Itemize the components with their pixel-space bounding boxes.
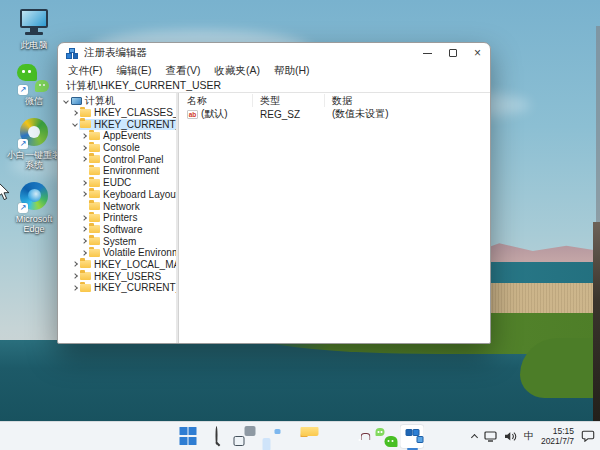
taskbar-button-regedit[interactable] (400, 424, 425, 449)
desktop-icon-label: 此电脑 (7, 40, 61, 50)
tree-item-hkey-users[interactable]: HKEY_USERS (58, 270, 176, 282)
folder-icon (80, 272, 91, 280)
expander-chevron-icon[interactable] (79, 157, 88, 161)
column-header-type[interactable]: 类型 (253, 94, 325, 107)
tray-overflow-chevron-icon[interactable] (471, 433, 478, 440)
folder-icon (89, 249, 100, 257)
tree-item-printers[interactable]: Printers (58, 212, 176, 224)
tree-item-system[interactable]: System (58, 235, 176, 247)
menu-item-0[interactable]: 文件(F) (61, 64, 109, 78)
folder-icon (80, 260, 91, 268)
folder-icon (89, 190, 100, 198)
tree-item-hkey-current-user[interactable]: HKEY_CURRENT_USER (58, 118, 176, 130)
value-data: (数值未设置) (325, 107, 490, 121)
desktop-icon-label: Microsoft Edge (7, 214, 61, 234)
expander-chevron-icon[interactable] (79, 239, 88, 243)
tree-item-control-panel[interactable]: Control Panel (58, 153, 176, 165)
mouse-cursor (0, 182, 11, 202)
registry-tree-pane: 计算机HKEY_CLASSES_ROOTHKEY_CURRENT_USERApp… (58, 93, 178, 343)
tray-time: 15:15 (553, 426, 574, 436)
tree-item-environment[interactable]: Environment (58, 165, 176, 177)
taskbar-button-edge[interactable] (316, 424, 341, 449)
minimize-button[interactable] (415, 43, 440, 63)
wallpaper-cliff (593, 222, 600, 421)
folder-icon (80, 120, 91, 128)
tree-item-label: HKEY_CURRENT_CONFIG (94, 282, 178, 293)
close-button[interactable]: × (465, 43, 490, 63)
tree-item-label: Environment (103, 165, 159, 176)
taskbar-button-store[interactable] (344, 424, 369, 449)
menu-item-2[interactable]: 查看(V) (158, 64, 207, 78)
registry-cubes-icon (66, 48, 78, 59)
tree-item-label: HKEY_USERS (94, 271, 161, 282)
reg-sz-ab-icon: ab (187, 110, 198, 119)
taskbar-button-wechat[interactable] (372, 424, 397, 449)
network-icon[interactable] (484, 431, 497, 442)
tree-item-keyboard-layout[interactable]: Keyboard Layout (58, 189, 176, 201)
tree-item-label: Keyboard Layout (103, 189, 178, 200)
tree-item-hkey-current-config[interactable]: HKEY_CURRENT_CONFIG (58, 282, 176, 294)
value-type: REG_SZ (253, 107, 325, 121)
taskbar-button-widgets[interactable] (260, 424, 285, 449)
expander-chevron-icon[interactable] (61, 99, 70, 103)
title-bar[interactable]: 注册表编辑器 × (58, 43, 490, 63)
tree-item-hkey-local-machine[interactable]: HKEY_LOCAL_MACHINE (58, 259, 176, 271)
desktop-icon-edge[interactable]: Microsoft Edge (7, 182, 61, 234)
tree-item-network[interactable]: Network (58, 200, 176, 212)
address-bar[interactable]: 计算机\HKEY_CURRENT_USER (58, 79, 490, 93)
maximize-button[interactable] (440, 43, 465, 63)
expander-chevron-icon[interactable] (79, 181, 88, 185)
folder-icon (89, 237, 100, 245)
expander-chevron-icon[interactable] (70, 286, 79, 290)
tree-item-hkey-classes-root[interactable]: HKEY_CLASSES_ROOT (58, 107, 176, 119)
menu-item-3[interactable]: 收藏夹(A) (207, 64, 267, 78)
expander-chevron-icon[interactable] (70, 122, 79, 126)
tree-item-计算机[interactable]: 计算机 (58, 95, 176, 107)
tree-item-label: Control Panel (103, 154, 164, 165)
taskbar-button-start[interactable] (176, 424, 201, 449)
expander-chevron-icon[interactable] (70, 262, 79, 266)
expander-chevron-icon[interactable] (79, 251, 88, 255)
taskbar-button-search[interactable] (204, 424, 229, 449)
folder-icon (89, 155, 100, 163)
expander-chevron-icon[interactable] (79, 192, 88, 196)
shortcut-arrow-icon (18, 203, 28, 213)
wallpaper-cliff-edge (596, 26, 600, 224)
desktop-icon-xiaobai[interactable]: 小白一键重装 系统 (7, 118, 61, 170)
expander-chevron-icon[interactable] (70, 111, 79, 115)
tree-item-label: HKEY_LOCAL_MACHINE (94, 259, 178, 270)
folder-icon (80, 109, 91, 117)
computer-icon (71, 97, 82, 105)
column-header-name[interactable]: 名称 (178, 94, 253, 107)
taskbar-button-file-explorer[interactable] (288, 424, 313, 449)
window-title: 注册表编辑器 (84, 46, 147, 60)
shortcut-arrow-icon (18, 85, 28, 95)
ime-indicator[interactable]: 中 (524, 429, 534, 443)
notification-center-icon[interactable] (581, 430, 595, 442)
tree-item-appevents[interactable]: AppEvents (58, 130, 176, 142)
expander-chevron-icon[interactable] (79, 216, 88, 220)
shortcut-arrow-icon (18, 139, 28, 149)
desktop-icon-this-pc[interactable]: 此电脑 (7, 8, 61, 50)
expander-chevron-icon[interactable] (79, 227, 88, 231)
volume-icon[interactable] (504, 431, 517, 442)
edge-icon (17, 182, 51, 212)
taskbar-button-task-view[interactable] (232, 424, 257, 449)
column-header-data[interactable]: 数据 (325, 94, 490, 107)
expander-chevron-icon[interactable] (79, 146, 88, 150)
desktop-icon-label: 微信 (7, 96, 61, 106)
desktop-icon-wechat[interactable]: 微信 (7, 64, 61, 106)
folder-icon (89, 179, 100, 187)
menu-item-4[interactable]: 帮助(H) (267, 64, 317, 78)
clock[interactable]: 15:15 2021/7/7 (541, 426, 574, 446)
menu-item-1[interactable]: 编辑(E) (109, 64, 158, 78)
taskbar: 中 15:15 2021/7/7 (0, 421, 600, 450)
xiaobai-icon (17, 118, 51, 148)
tree-item-console[interactable]: Console (58, 142, 176, 154)
tree-item-volatile-environment[interactable]: Volatile Environment (58, 247, 176, 259)
registry-value-row[interactable]: ab(默认)REG_SZ(数值未设置) (178, 107, 490, 121)
tree-item-software[interactable]: Software (58, 224, 176, 236)
tree-item-eudc[interactable]: EUDC (58, 177, 176, 189)
expander-chevron-icon[interactable] (79, 134, 88, 138)
expander-chevron-icon[interactable] (70, 274, 79, 278)
